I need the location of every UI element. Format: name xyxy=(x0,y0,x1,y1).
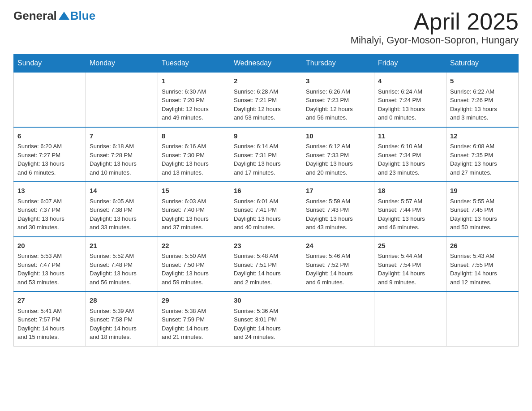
day-info: Sunrise: 5:36 AM Sunset: 8:01 PM Dayligh… xyxy=(234,307,298,342)
day-number: 17 xyxy=(306,186,370,196)
calendar-cell: 26Sunrise: 5:43 AM Sunset: 7:55 PM Dayli… xyxy=(446,237,519,292)
day-info: Sunrise: 5:38 AM Sunset: 7:59 PM Dayligh… xyxy=(162,307,226,342)
calendar-cell: 6Sunrise: 6:20 AM Sunset: 7:27 PM Daylig… xyxy=(14,127,86,182)
day-number: 25 xyxy=(378,241,442,251)
day-number: 6 xyxy=(17,131,82,141)
calendar-week-4: 20Sunrise: 5:53 AM Sunset: 7:47 PM Dayli… xyxy=(14,237,519,292)
calendar-cell: 16Sunrise: 6:01 AM Sunset: 7:41 PM Dayli… xyxy=(230,182,302,237)
day-number: 27 xyxy=(17,295,82,306)
day-info: Sunrise: 5:46 AM Sunset: 7:52 PM Dayligh… xyxy=(306,252,370,287)
day-number: 30 xyxy=(234,295,298,306)
calendar-cell: 23Sunrise: 5:48 AM Sunset: 7:51 PM Dayli… xyxy=(230,237,302,292)
logo-icon xyxy=(58,10,70,22)
calendar-cell: 15Sunrise: 6:03 AM Sunset: 7:40 PM Dayli… xyxy=(158,182,230,237)
logo-blue: Blue xyxy=(70,9,95,23)
calendar-header-saturday: Saturday xyxy=(446,55,519,73)
calendar-header-sunday: Sunday xyxy=(14,55,86,73)
calendar-cell: 27Sunrise: 5:41 AM Sunset: 7:57 PM Dayli… xyxy=(14,291,86,346)
day-info: Sunrise: 6:14 AM Sunset: 7:31 PM Dayligh… xyxy=(234,142,298,177)
calendar-cell: 5Sunrise: 6:22 AM Sunset: 7:26 PM Daylig… xyxy=(446,72,519,127)
calendar-cell xyxy=(302,291,374,346)
day-number: 5 xyxy=(450,76,515,86)
calendar-cell: 13Sunrise: 6:07 AM Sunset: 7:37 PM Dayli… xyxy=(14,182,86,237)
calendar-cell: 11Sunrise: 6:10 AM Sunset: 7:34 PM Dayli… xyxy=(374,127,446,182)
day-number: 29 xyxy=(162,295,226,306)
day-info: Sunrise: 5:39 AM Sunset: 7:58 PM Dayligh… xyxy=(90,307,154,342)
day-info: Sunrise: 6:03 AM Sunset: 7:40 PM Dayligh… xyxy=(162,197,226,232)
calendar-cell: 4Sunrise: 6:24 AM Sunset: 7:24 PM Daylig… xyxy=(374,72,446,127)
calendar-table: SundayMondayTuesdayWednesdayThursdayFrid… xyxy=(13,54,519,347)
day-info: Sunrise: 6:12 AM Sunset: 7:33 PM Dayligh… xyxy=(306,142,370,177)
day-info: Sunrise: 5:43 AM Sunset: 7:55 PM Dayligh… xyxy=(450,252,515,287)
calendar-cell xyxy=(374,291,446,346)
day-info: Sunrise: 6:08 AM Sunset: 7:35 PM Dayligh… xyxy=(450,142,515,177)
calendar-cell: 2Sunrise: 6:28 AM Sunset: 7:21 PM Daylig… xyxy=(230,72,302,127)
day-number: 13 xyxy=(17,186,82,196)
day-number: 20 xyxy=(17,241,82,251)
day-number: 21 xyxy=(90,241,154,251)
title-block: April 2025 Mihalyi, Gyor-Moson-Sopron, H… xyxy=(351,9,519,46)
calendar-header-tuesday: Tuesday xyxy=(158,55,230,73)
day-info: Sunrise: 6:16 AM Sunset: 7:30 PM Dayligh… xyxy=(162,142,226,177)
day-number: 11 xyxy=(378,131,442,141)
logo: General Blue xyxy=(13,9,95,23)
calendar-cell: 14Sunrise: 6:05 AM Sunset: 7:38 PM Dayli… xyxy=(86,182,158,237)
day-info: Sunrise: 6:18 AM Sunset: 7:28 PM Dayligh… xyxy=(90,142,154,177)
calendar-cell: 19Sunrise: 5:55 AM Sunset: 7:45 PM Dayli… xyxy=(446,182,519,237)
day-info: Sunrise: 5:55 AM Sunset: 7:45 PM Dayligh… xyxy=(450,197,515,232)
calendar-cell: 7Sunrise: 6:18 AM Sunset: 7:28 PM Daylig… xyxy=(86,127,158,182)
calendar-cell: 21Sunrise: 5:52 AM Sunset: 7:48 PM Dayli… xyxy=(86,237,158,292)
calendar-cell xyxy=(14,72,86,127)
day-number: 18 xyxy=(378,186,442,196)
day-info: Sunrise: 5:44 AM Sunset: 7:54 PM Dayligh… xyxy=(378,252,442,287)
calendar-cell xyxy=(86,72,158,127)
day-info: Sunrise: 6:26 AM Sunset: 7:23 PM Dayligh… xyxy=(306,87,370,122)
calendar-cell: 12Sunrise: 6:08 AM Sunset: 7:35 PM Dayli… xyxy=(446,127,519,182)
day-info: Sunrise: 6:22 AM Sunset: 7:26 PM Dayligh… xyxy=(450,87,515,122)
calendar-cell: 1Sunrise: 6:30 AM Sunset: 7:20 PM Daylig… xyxy=(158,72,230,127)
page-title: April 2025 xyxy=(351,9,519,34)
day-info: Sunrise: 5:53 AM Sunset: 7:47 PM Dayligh… xyxy=(17,252,82,287)
day-number: 2 xyxy=(234,76,298,86)
page-subtitle: Mihalyi, Gyor-Moson-Sopron, Hungary xyxy=(351,34,519,46)
calendar-cell: 28Sunrise: 5:39 AM Sunset: 7:58 PM Dayli… xyxy=(86,291,158,346)
day-number: 15 xyxy=(162,186,226,196)
day-info: Sunrise: 5:50 AM Sunset: 7:50 PM Dayligh… xyxy=(162,252,226,287)
page-header: General Blue April 2025 Mihalyi, Gyor-Mo… xyxy=(13,9,519,46)
day-info: Sunrise: 5:48 AM Sunset: 7:51 PM Dayligh… xyxy=(234,252,298,287)
calendar-cell: 10Sunrise: 6:12 AM Sunset: 7:33 PM Dayli… xyxy=(302,127,374,182)
day-info: Sunrise: 5:41 AM Sunset: 7:57 PM Dayligh… xyxy=(17,307,82,342)
calendar-header-monday: Monday xyxy=(86,55,158,73)
day-info: Sunrise: 6:24 AM Sunset: 7:24 PM Dayligh… xyxy=(378,87,442,122)
calendar-cell: 25Sunrise: 5:44 AM Sunset: 7:54 PM Dayli… xyxy=(374,237,446,292)
day-info: Sunrise: 5:57 AM Sunset: 7:44 PM Dayligh… xyxy=(378,197,442,232)
calendar-cell: 24Sunrise: 5:46 AM Sunset: 7:52 PM Dayli… xyxy=(302,237,374,292)
calendar-header-row: SundayMondayTuesdayWednesdayThursdayFrid… xyxy=(14,55,519,73)
day-info: Sunrise: 6:20 AM Sunset: 7:27 PM Dayligh… xyxy=(17,142,82,177)
day-number: 3 xyxy=(306,76,370,86)
day-info: Sunrise: 6:05 AM Sunset: 7:38 PM Dayligh… xyxy=(90,197,154,232)
calendar-cell: 30Sunrise: 5:36 AM Sunset: 8:01 PM Dayli… xyxy=(230,291,302,346)
logo-general: General xyxy=(13,9,57,23)
calendar-cell: 8Sunrise: 6:16 AM Sunset: 7:30 PM Daylig… xyxy=(158,127,230,182)
day-info: Sunrise: 6:10 AM Sunset: 7:34 PM Dayligh… xyxy=(378,142,442,177)
day-info: Sunrise: 5:52 AM Sunset: 7:48 PM Dayligh… xyxy=(90,252,154,287)
calendar-cell: 18Sunrise: 5:57 AM Sunset: 7:44 PM Dayli… xyxy=(374,182,446,237)
calendar-cell: 22Sunrise: 5:50 AM Sunset: 7:50 PM Dayli… xyxy=(158,237,230,292)
day-info: Sunrise: 6:30 AM Sunset: 7:20 PM Dayligh… xyxy=(162,87,226,122)
day-number: 26 xyxy=(450,241,515,251)
calendar-cell: 29Sunrise: 5:38 AM Sunset: 7:59 PM Dayli… xyxy=(158,291,230,346)
day-info: Sunrise: 6:28 AM Sunset: 7:21 PM Dayligh… xyxy=(234,87,298,122)
day-number: 12 xyxy=(450,131,515,141)
day-number: 19 xyxy=(450,186,515,196)
calendar-header-friday: Friday xyxy=(374,55,446,73)
calendar-week-2: 6Sunrise: 6:20 AM Sunset: 7:27 PM Daylig… xyxy=(14,127,519,182)
calendar-cell: 17Sunrise: 5:59 AM Sunset: 7:43 PM Dayli… xyxy=(302,182,374,237)
day-number: 1 xyxy=(162,76,226,86)
calendar-cell: 9Sunrise: 6:14 AM Sunset: 7:31 PM Daylig… xyxy=(230,127,302,182)
day-number: 14 xyxy=(90,186,154,196)
day-number: 22 xyxy=(162,241,226,251)
day-number: 4 xyxy=(378,76,442,86)
day-number: 16 xyxy=(234,186,298,196)
day-info: Sunrise: 6:07 AM Sunset: 7:37 PM Dayligh… xyxy=(17,197,82,232)
